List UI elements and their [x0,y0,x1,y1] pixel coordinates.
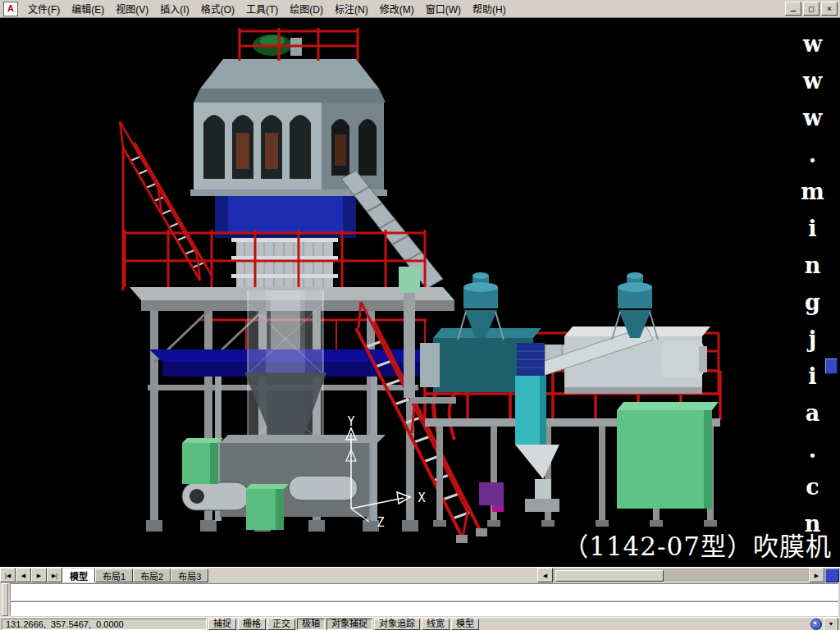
toggle-model[interactable]: 模型 [451,619,479,630]
command-history[interactable]: 命令 : [10,583,838,600]
status-bar: 131.2666, 357.5467, 0.0000 捕捉 栅格 正交 极轴 对… [0,617,840,630]
toggle-lineweight[interactable]: 线宽 [422,619,450,630]
menu-item-edit[interactable]: 编辑(E) [66,0,110,18]
menu-item-tools[interactable]: 工具(T) [240,0,284,18]
toggle-grid[interactable]: 栅格 [238,619,266,630]
menu-item-view[interactable]: 视图(V) [110,0,154,18]
ucs-z-label: Z [377,515,384,530]
menu-item-window[interactable]: 窗口(W) [420,0,467,18]
tower-structure [190,34,387,290]
tab-layout3[interactable]: 布局3 [171,568,208,582]
menu-item-format[interactable]: 格式(O) [195,0,240,18]
toggle-polar[interactable]: 极轴 [297,619,325,630]
tab-nav-next-button[interactable]: ▶ [31,568,47,582]
chevron-down-icon: ▼ [829,621,834,627]
minimize-button[interactable]: _ [785,2,801,16]
toggle-otrack[interactable]: 对象追踪 [374,619,420,630]
h-scrollbar[interactable]: ◀ ▶ [537,568,824,582]
drawing-viewport[interactable]: Y X Z www.mingjia.cn （1142-07型）吹膜机 [0,18,840,568]
menu-item-file[interactable]: 文件(F) [22,0,66,18]
tab-model[interactable]: 模型 [62,568,95,582]
app-icon[interactable]: A [3,2,18,16]
menu-bar: A 文件(F) 编辑(E) 视图(V) 插入(I) 格式(O) 工具(T) 绘图… [0,0,840,18]
window-controls: _ □ × [785,2,840,16]
tab-nav-prev-button[interactable]: ◀ [16,568,31,582]
command-input-line[interactable] [10,601,838,616]
minimize-icon: _ [791,2,796,11]
close-button[interactable]: × [821,2,838,16]
menu-item-modify[interactable]: 修改(M) [374,0,420,18]
menu-item-dimension[interactable]: 标注(N) [329,0,374,18]
model-caption: （1142-07型）吹膜机 [563,526,832,563]
green-cabinet-right [617,402,719,509]
close-icon: × [827,5,832,13]
command-panes: 命令 : [10,583,838,616]
coordinate-display[interactable]: 131.2666, 357.5467, 0.0000 [2,619,207,630]
v-scroll-thumb[interactable] [825,358,838,374]
command-window-grip[interactable] [2,583,8,616]
ucs-x-label: X [418,491,425,505]
application-window: A 文件(F) 编辑(E) 视图(V) 插入(I) 格式(O) 工具(T) 绘图… [0,0,840,630]
h-scroll-track[interactable] [553,569,809,581]
command-window: 命令 : [0,582,840,617]
toggle-snap[interactable]: 捕捉 [208,619,236,630]
tab-layout1[interactable]: 布局1 [95,568,133,582]
layout-tab-bar: |◀ ◀ ▶ ▶| 模型 布局1 布局2 布局3 ◀ ▶ [0,568,840,582]
h-scroll-left-button[interactable]: ◀ [537,568,553,582]
menu-item-insert[interactable]: 插入(I) [154,0,194,18]
command-prompt: 命令 : [38,600,65,600]
menu-item-draw[interactable]: 绘图(D) [284,0,329,18]
status-bar-menu-button[interactable]: ▼ [824,618,838,630]
ucs-y-label: Y [347,414,354,429]
inclined-conveyor [341,171,443,289]
tab-nav-last-button[interactable]: ▶| [47,568,62,582]
scrollbar-corner-button[interactable] [825,568,839,582]
menu-item-help[interactable]: 帮助(H) [467,0,512,18]
restore-icon: □ [809,5,814,13]
watermark-text: www.mingjia.cn [800,31,825,548]
toggle-ortho[interactable]: 正交 [267,619,295,630]
restore-button[interactable]: □ [803,2,819,16]
tab-layout2[interactable]: 布局2 [133,568,171,582]
tab-nav-first-button[interactable]: |◀ [0,568,16,582]
h-scroll-right-button[interactable]: ▶ [809,568,824,582]
extruder-right [530,326,710,394]
communication-center-icon[interactable] [810,619,822,630]
h-scroll-thumb[interactable] [555,570,664,582]
machine-3d-render: Y X Z [0,18,840,568]
tab-bar-filler [208,568,537,582]
toggle-osnap[interactable]: 对象捕捉 [326,619,372,630]
